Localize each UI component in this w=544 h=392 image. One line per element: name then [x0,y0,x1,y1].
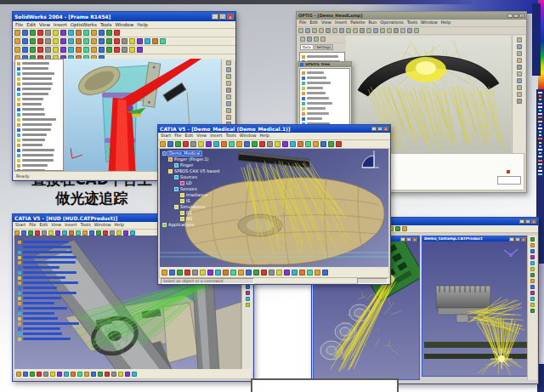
toolbar-icon[interactable] [125,372,130,377]
toolbar-icon[interactable] [60,38,66,44]
toolbar-icon[interactable] [530,243,535,247]
tree-item[interactable] [17,112,61,116]
toolbar-icon[interactable] [114,30,120,36]
toolbar-icon[interactable] [307,37,312,42]
toolbar-icon[interactable] [16,372,21,377]
toolbar-icon[interactable] [517,99,522,104]
toolbar-icon[interactable] [37,30,43,36]
toolbar-icon[interactable] [37,38,43,44]
spec-tree-item[interactable]: Applications [162,222,219,228]
toolbar-icon[interactable] [326,28,331,33]
toolbar-icon[interactable] [530,249,535,253]
toolbar-icon[interactable] [14,47,20,53]
tree-item[interactable] [18,255,89,259]
toolbar-icon[interactable] [373,28,378,33]
titlebar[interactable]: SolidWorks 2004 - [Frame R1454] _□x [13,12,235,21]
right-tool-strip[interactable] [527,236,537,380]
toolbar-icon[interactable] [276,270,282,276]
maximize-button[interactable]: □ [406,237,411,241]
toolbar-icon[interactable] [30,38,36,44]
right-tool-strip[interactable] [512,36,525,153]
tree-item[interactable] [17,66,61,71]
toolbar-icon[interactable] [517,51,522,56]
toolbar-icon[interactable] [238,270,244,276]
toolbar-icon[interactable] [110,230,115,236]
toolbar-icon[interactable] [320,37,326,42]
toolbar-icon[interactable] [162,270,167,276]
toolbar-icon[interactable] [246,291,250,295]
toolbar-icon[interactable] [226,101,231,106]
menu-item[interactable]: Insert [335,20,347,26]
toolbar-icon[interactable] [48,230,54,236]
toolbar-icon[interactable] [137,47,143,53]
spec-tree-item[interactable]: D1 [162,210,219,216]
toolbar-icon[interactable] [226,74,231,79]
toolbar-icon[interactable] [314,37,319,42]
spec-tree-item[interactable]: IS [162,198,219,204]
toolbar-icon[interactable] [517,92,522,97]
toolbar-icon[interactable] [517,78,522,83]
tree-item[interactable] [17,148,61,152]
menu-item[interactable]: Help [115,223,124,228]
tree-item[interactable] [18,250,89,254]
toolbar-icon[interactable] [64,372,69,377]
menu-item[interactable]: Help [260,134,269,139]
toolbar-icon[interactable] [320,141,326,147]
toolbar-icon[interactable] [236,141,242,147]
toolbar-icon[interactable] [336,141,342,147]
toolbar-icon[interactable] [123,230,128,236]
tree-item[interactable] [302,111,348,116]
tree-item[interactable] [18,291,89,295]
menu-item[interactable]: Operations [380,20,404,26]
toolbar-icon[interactable] [21,230,26,236]
toolbar-icon[interactable] [530,267,535,271]
toolbar-icon[interactable] [114,47,120,53]
toolbar-icon[interactable] [229,141,235,147]
menu-item[interactable]: File [174,134,181,139]
menu-item[interactable]: Help [441,20,450,26]
toolbar-icon[interactable] [284,270,290,276]
toolbar-icon[interactable] [517,71,522,77]
tree-item[interactable] [18,332,89,336]
toolbar-icon[interactable] [313,141,319,147]
tree-item[interactable] [18,281,89,285]
toolbar-icon[interactable] [175,141,181,147]
tree-item[interactable] [18,327,89,331]
toolbar-icon[interactable] [312,28,317,33]
toolbar-icon[interactable] [129,47,135,53]
tree-item[interactable] [17,107,61,111]
menu-item[interactable]: Insert [54,22,67,27]
toolbar-icon[interactable] [69,230,74,236]
tree-item[interactable] [17,61,61,65]
palette-titlebar[interactable]: SPEOS Tree [298,62,351,67]
toolbar-icon[interactable] [129,38,135,44]
toolbar-icon[interactable] [82,230,88,236]
spec-tree-item[interactable]: Sensors [162,186,219,192]
toolbar-icon[interactable] [114,38,120,44]
toolbar-icon[interactable] [360,28,365,33]
toolbar-icon[interactable] [30,47,36,53]
toolbar-icon[interactable] [530,297,535,301]
toolbar-icon[interactable] [77,372,82,377]
tree-item[interactable] [17,133,61,137]
menu-item[interactable]: Tools [407,20,417,26]
menu-item[interactable]: Edit [40,223,48,228]
toolbar-icon[interactable] [246,297,250,301]
toolbar-icon[interactable] [35,230,40,236]
menu-item[interactable]: Edit [309,20,318,26]
titlebar[interactable]: CATIA V5 - [Demo_Medical (Demo_Medical.1… [158,125,390,133]
toolbar-icon[interactable] [530,273,535,277]
tree-item[interactable] [18,245,89,249]
maximize-button[interactable]: □ [377,127,382,131]
spec-tree-item[interactable]: M2 [162,216,219,222]
toolbar-icon[interactable] [99,47,105,53]
toolbar-icon[interactable] [68,47,74,53]
tree-item[interactable] [17,163,61,168]
toolbar-icon[interactable] [517,85,522,90]
toolbar-icon[interactable] [57,372,62,377]
tree-item[interactable] [17,102,61,106]
toolbar-icon[interactable] [190,141,196,147]
toolbar-icon[interactable] [226,67,231,72]
toolbar-icon[interactable] [99,38,105,44]
toolbar-icon[interactable] [400,28,405,33]
